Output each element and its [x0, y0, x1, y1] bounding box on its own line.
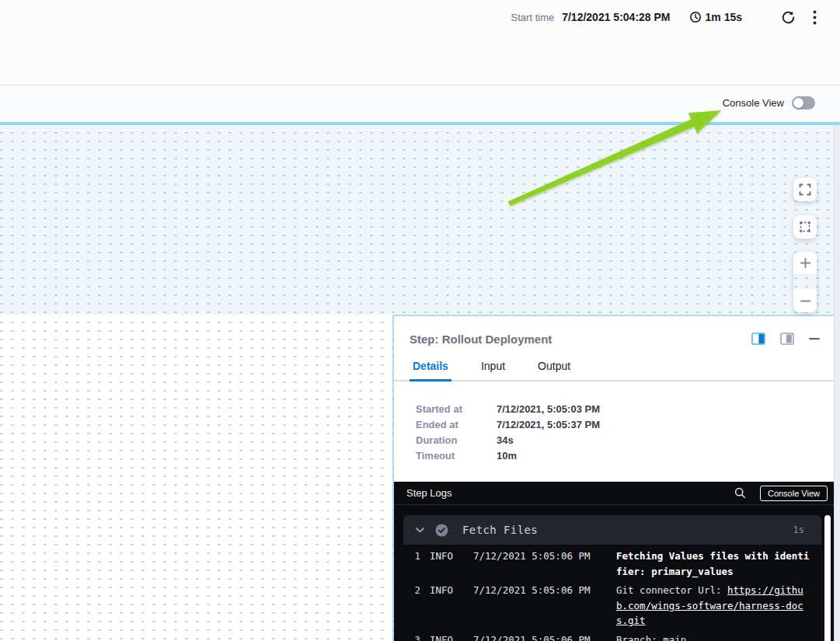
refresh-icon — [781, 10, 796, 25]
log-lines: 1 INFO 7/12/2021 5:05:06 PM Fetching Val… — [403, 545, 821, 641]
pipeline-execution-screen: Start time 7/12/2021 5:04:28 PM 1m 15s — [0, 0, 840, 641]
kebab-menu-icon — [813, 10, 817, 25]
marquee-zoom-icon — [799, 221, 811, 233]
step-details-panel: Step: Rollout Deployment — [392, 315, 840, 641]
execution-meta: Start time 7/12/2021 5:04:28 PM 1m 15s — [511, 7, 818, 27]
log-level: INFO — [430, 583, 464, 629]
clock-icon — [689, 11, 702, 23]
detail-row: Ended at 7/12/2021, 5:05:37 PM — [416, 416, 840, 432]
elapsed-duration: 1m 15s — [689, 11, 742, 23]
step-graph-canvas[interactable]: Execution Rollout Deployment — [0, 315, 392, 641]
log-section-fetch-files[interactable]: Fetch Files 1s — [403, 515, 821, 545]
minimize-panel-button[interactable] — [807, 336, 821, 342]
plus-icon — [800, 257, 811, 269]
step-logs-panel: Step Logs Console View — [394, 482, 840, 641]
detail-row: Duration 34s — [416, 432, 840, 448]
detail-label: Duration — [416, 434, 497, 446]
log-line-number: 2 — [405, 583, 420, 629]
detail-value: 7/12/2021, 5:05:37 PM — [497, 419, 600, 430]
marquee-zoom-button[interactable] — [793, 215, 817, 239]
detail-label: Timeout — [416, 450, 497, 462]
logs-console-view-button[interactable]: Console View — [760, 486, 828, 501]
panel-layout-right-button[interactable] — [750, 331, 767, 347]
chevron-down-icon — [416, 528, 424, 533]
log-timestamp: 7/12/2021 5:05:06 PM — [473, 549, 607, 579]
refresh-button[interactable] — [779, 9, 797, 26]
elapsed-value: 1m 15s — [706, 11, 742, 23]
log-scrollbar-thumb[interactable] — [824, 515, 831, 641]
tab-input[interactable]: Input — [478, 360, 508, 381]
step-detail-list: Started at 7/12/2021, 5:05:03 PM Ended a… — [394, 381, 840, 463]
more-options-button[interactable] — [811, 9, 818, 26]
detail-label: Started at — [416, 403, 497, 415]
panel-tabs: Details Input Output — [394, 360, 840, 381]
tab-details[interactable]: Details — [410, 360, 451, 381]
minimize-icon — [809, 338, 820, 340]
section-success-icon — [435, 524, 448, 537]
detail-label: Ended at — [416, 419, 497, 430]
start-time-label: Start time — [511, 12, 555, 23]
minus-icon — [800, 295, 811, 307]
log-timestamp: 7/12/2021 5:05:06 PM — [473, 583, 607, 629]
panel-header: Step: Rollout Deployment — [394, 316, 840, 347]
panel-title: Step: Rollout Deployment — [410, 333, 552, 346]
log-line: 2 INFO 7/12/2021 5:05:06 PM Git connecto… — [405, 583, 821, 629]
log-message: Fetching Values files with identifier: p… — [616, 549, 810, 579]
toggle-knob — [793, 98, 803, 108]
step-logs-title: Step Logs — [406, 487, 733, 499]
log-line-number: 3 — [405, 632, 420, 641]
log-message: Git connector Url: https://github.com/wi… — [616, 583, 810, 629]
log-message: Branch: main — [616, 632, 810, 641]
tab-output[interactable]: Output — [535, 360, 573, 381]
search-icon — [734, 487, 746, 499]
log-message-prefix: Git connector Url: — [616, 584, 727, 596]
log-line-number: 1 — [405, 549, 420, 579]
log-level: INFO — [430, 549, 464, 579]
detail-row: Timeout 10m — [416, 448, 840, 463]
start-time-value: 7/12/2021 5:04:28 PM — [562, 11, 670, 23]
detail-value: 34s — [497, 434, 514, 446]
split-view-gray-icon — [780, 333, 794, 345]
detail-row: Started at 7/12/2021, 5:05:03 PM — [416, 401, 840, 416]
zoom-out-button[interactable] — [793, 289, 817, 312]
log-timestamp: 7/12/2021 5:05:06 PM — [473, 632, 607, 641]
step-logs-body: Fetch Files 1s 1 INFO 7/12/2021 5:05:06 … — [394, 506, 840, 641]
detail-value: 10m — [497, 450, 517, 462]
log-search-button[interactable] — [733, 486, 748, 500]
console-view-toggle[interactable] — [792, 96, 815, 110]
canvas-zoom-controls — [793, 178, 817, 312]
log-section-name: Fetch Files — [462, 524, 782, 536]
log-section-duration: 1s — [793, 524, 804, 535]
split-view-blue-icon — [751, 333, 765, 345]
zoom-in-button[interactable] — [793, 252, 817, 275]
fullscreen-button[interactable] — [793, 178, 817, 201]
page-scrollbar-track[interactable] — [834, 125, 840, 641]
execution-header-bar: Start time 7/12/2021 5:04:28 PM 1m 15s — [0, 0, 840, 85]
panel-layout-overlay-button[interactable] — [779, 331, 796, 347]
annotation-arrow — [478, 92, 742, 216]
log-level: INFO — [430, 632, 464, 641]
log-line: 1 INFO 7/12/2021 5:05:06 PM Fetching Val… — [405, 549, 821, 579]
fullscreen-icon — [799, 183, 811, 196]
log-line: 3 INFO 7/12/2021 5:05:06 PM Branch: main — [405, 632, 821, 641]
detail-value: 7/12/2021, 5:05:03 PM — [497, 403, 600, 415]
step-logs-header: Step Logs Console View — [394, 482, 840, 505]
